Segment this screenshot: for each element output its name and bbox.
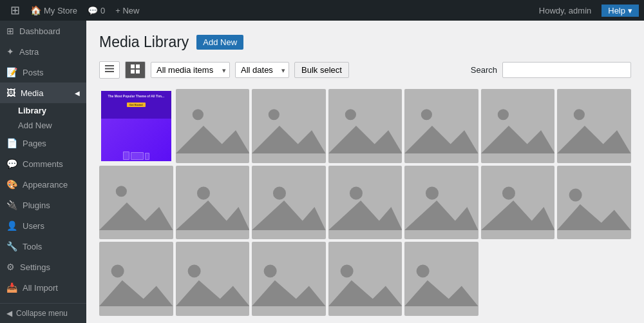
media-item[interactable]: [328, 242, 402, 316]
sidebar-item-posts[interactable]: 📝 Posts: [0, 62, 86, 83]
sidebar-item-users[interactable]: 👤 Users: [0, 215, 86, 236]
sidebar-item-allimport[interactable]: 📥 All Import: [0, 277, 86, 298]
image-placeholder: [557, 166, 631, 240]
image-placeholder: [481, 166, 555, 240]
featured-image: The Most Popular Theme of All Tim... Get…: [101, 91, 171, 161]
media-icon: 🖼: [6, 88, 15, 98]
svg-rect-5: [131, 70, 135, 73]
sidebar-item-pages[interactable]: 📄 Pages: [0, 133, 86, 153]
filter-dates-select[interactable]: All dates: [235, 62, 289, 78]
allimport-icon: 📥: [6, 282, 17, 293]
search-input[interactable]: [502, 62, 631, 78]
image-placeholder: [404, 89, 478, 163]
media-item[interactable]: [404, 89, 478, 163]
comments-count: 0: [100, 6, 105, 15]
sidebar-subitem-addnew[interactable]: Add New: [0, 118, 86, 133]
media-item[interactable]: [252, 89, 326, 163]
svg-marker-10: [252, 126, 326, 153]
svg-marker-36: [176, 280, 250, 306]
svg-marker-24: [252, 201, 326, 230]
astra-icon: ✦: [6, 46, 14, 57]
sidebar-item-tools[interactable]: 🔧 Tools: [0, 236, 86, 257]
sidebar-item-label: Appearance: [23, 180, 68, 190]
svg-marker-16: [481, 126, 555, 153]
media-item[interactable]: [481, 166, 555, 240]
svg-point-29: [502, 187, 515, 200]
media-item[interactable]: [252, 166, 326, 240]
image-placeholder: [176, 242, 250, 316]
media-item[interactable]: [557, 166, 631, 240]
bulk-select-button[interactable]: Bulk select: [294, 62, 349, 78]
media-item[interactable]: [99, 166, 173, 240]
user-howdy[interactable]: Howdy, admin: [534, 6, 596, 15]
sidebar-item-label: Comments: [23, 159, 63, 169]
svg-rect-0: [105, 65, 114, 66]
add-new-button[interactable]: Add New: [196, 35, 243, 50]
media-item[interactable]: [99, 242, 173, 316]
list-view-icon: [105, 65, 114, 75]
svg-point-25: [350, 187, 363, 200]
svg-point-33: [111, 265, 124, 278]
comments-link[interactable]: 💬 0: [82, 6, 110, 15]
media-item[interactable]: [176, 242, 250, 316]
filter-items-select[interactable]: All media items: [151, 62, 230, 78]
media-toolbar: All media items All dates Bulk select Se…: [99, 61, 631, 79]
plugins-icon: 🔌: [6, 200, 17, 210]
sidebar-item-plugins[interactable]: 🔌 Plugins: [0, 195, 86, 215]
media-item[interactable]: [176, 89, 250, 163]
svg-marker-34: [99, 280, 173, 306]
sidebar-item-label: Astra: [19, 47, 39, 57]
svg-rect-6: [136, 70, 140, 73]
sidebar-item-astra[interactable]: ✦ Astra: [0, 41, 86, 62]
sidebar-item-comments[interactable]: 💬 Comments: [0, 153, 86, 174]
svg-point-31: [569, 188, 582, 201]
image-placeholder: [481, 89, 555, 163]
sidebar-item-label: Posts: [23, 68, 44, 77]
phone-device-icon: [145, 153, 149, 160]
collapse-menu-button[interactable]: ◀ Collapse menu: [0, 303, 86, 323]
list-view-button[interactable]: [99, 61, 120, 79]
svg-marker-14: [404, 126, 478, 153]
wp-logo-icon[interactable]: ⊞: [5, 3, 25, 17]
svg-marker-32: [557, 204, 631, 230]
sidebar-item-settings[interactable]: ⚙ Settings: [0, 257, 86, 277]
image-placeholder: [328, 242, 402, 316]
media-item[interactable]: [404, 166, 478, 240]
posts-icon: 📝: [6, 67, 17, 77]
sidebar-item-appearance[interactable]: 🎨 Appearance: [0, 174, 86, 195]
sidebar-item-label: Media: [21, 88, 43, 98]
svg-point-35: [187, 265, 200, 278]
svg-marker-40: [328, 280, 402, 306]
media-item[interactable]: [557, 89, 631, 163]
media-item[interactable]: [328, 166, 402, 240]
media-item[interactable]: [404, 242, 478, 316]
sidebar-item-label: Dashboard: [19, 26, 61, 36]
image-placeholder: [328, 89, 402, 163]
media-item-featured[interactable]: The Most Popular Theme of All Tim... Get…: [99, 89, 173, 163]
svg-rect-4: [136, 64, 140, 68]
svg-point-39: [340, 265, 353, 278]
help-button[interactable]: Help ▾: [601, 5, 639, 17]
media-item[interactable]: [328, 89, 402, 163]
image-placeholder: [252, 89, 326, 163]
sidebar-item-label: Users: [23, 221, 44, 231]
image-placeholder: [557, 89, 631, 163]
svg-point-11: [345, 110, 355, 121]
grid-view-button[interactable]: [125, 61, 146, 79]
sidebar-subitem-library[interactable]: Library: [0, 103, 86, 118]
image-placeholder: [252, 242, 326, 316]
media-item[interactable]: [481, 89, 555, 163]
sidebar-item-label: Plugins: [23, 201, 50, 210]
image-placeholder: [404, 242, 478, 316]
home-icon: 🏠: [30, 5, 41, 15]
new-content-link[interactable]: + New: [110, 6, 144, 15]
sidebar-item-media[interactable]: 🖼 Media ◀: [0, 83, 86, 103]
topbar: ⊞ 🏠 My Store 💬 0 + New Howdy, admin Help…: [0, 0, 644, 21]
main-layout: ⊞ Dashboard ✦ Astra 📝 Posts 🖼 Media ◀ Li…: [0, 21, 644, 323]
sidebar-item-dashboard[interactable]: ⊞ Dashboard: [0, 21, 86, 41]
media-item[interactable]: [252, 242, 326, 316]
media-item[interactable]: [176, 166, 250, 240]
svg-marker-22: [176, 201, 250, 230]
svg-point-21: [197, 187, 210, 200]
site-name-link[interactable]: 🏠 My Store: [25, 5, 82, 15]
